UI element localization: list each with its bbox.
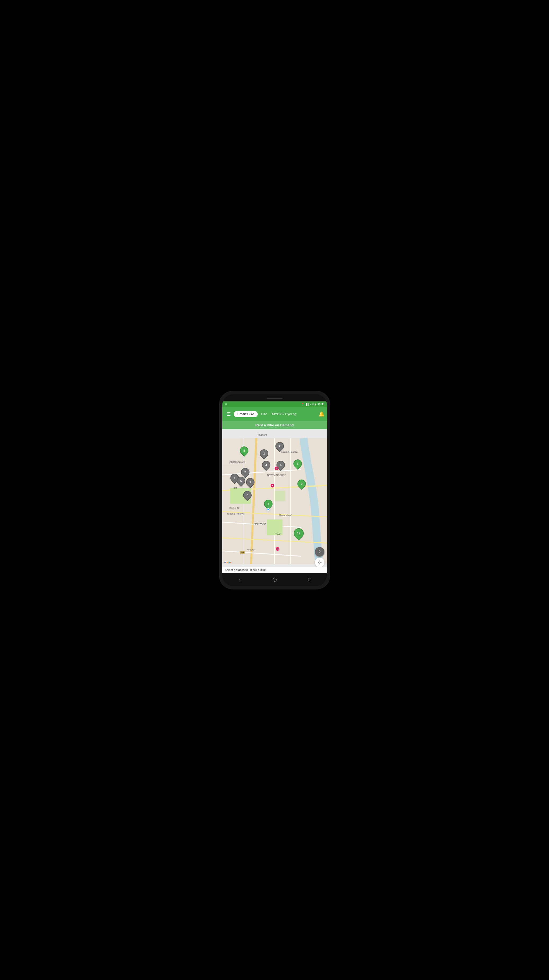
banner-text: Rent a Bike on Demand bbox=[255, 423, 294, 427]
status-right: 📍 ▐▐ ▾ ⊠ ▮ 10:36 bbox=[301, 403, 324, 406]
svg-rect-11 bbox=[230, 488, 251, 504]
phone-device: 📍 ▐▐ ▾ ⊠ ▮ 10:36 ☰ Smart Bike Hire MYBYK… bbox=[219, 391, 330, 589]
back-button[interactable] bbox=[236, 576, 243, 583]
map-background bbox=[222, 429, 327, 573]
notification-bell-icon[interactable]: 🔔 bbox=[318, 411, 325, 417]
svg-rect-13 bbox=[275, 490, 285, 501]
app-screen: 📍 ▐▐ ▾ ⊠ ▮ 10:36 ☰ Smart Bike Hire MYBYK… bbox=[222, 401, 327, 573]
svg-rect-14 bbox=[222, 438, 240, 464]
data-icon: ⊠ bbox=[312, 403, 314, 406]
location-icon: 📍 bbox=[301, 403, 304, 406]
status-time: 10:36 bbox=[318, 403, 325, 406]
status-left bbox=[225, 403, 227, 406]
phone-screen: 📍 ▐▐ ▾ ⊠ ▮ 10:36 ☰ Smart Bike Hire MYBYK… bbox=[222, 394, 327, 586]
svg-rect-22 bbox=[308, 578, 311, 581]
banner: Rent a Bike on Demand bbox=[222, 421, 327, 429]
battery-icon: ▮ bbox=[315, 403, 317, 406]
svg-rect-15 bbox=[259, 459, 274, 473]
signal-icon: ▐▐ bbox=[305, 403, 309, 406]
menu-button[interactable]: ☰ bbox=[225, 410, 232, 418]
hire-tab[interactable]: Hire bbox=[259, 411, 269, 417]
smart-bike-tab[interactable]: Smart Bike bbox=[234, 411, 258, 417]
top-nav: ☰ Smart Bike Hire MYBYK Cycling 🔔 bbox=[222, 407, 327, 421]
wifi-icon: ▾ bbox=[310, 403, 311, 406]
status-bar: 📍 ▐▐ ▾ ⊠ ▮ 10:36 bbox=[222, 401, 327, 407]
phone-nav-bar bbox=[222, 573, 327, 586]
recents-button[interactable] bbox=[306, 576, 313, 583]
status-dot bbox=[225, 403, 227, 406]
svg-rect-12 bbox=[267, 519, 282, 535]
mybyk-cycling-tab[interactable]: MYBYK Cycling bbox=[271, 411, 298, 417]
home-button[interactable] bbox=[271, 576, 278, 583]
map-container[interactable]: 5 3 9 1 19 bbox=[222, 429, 327, 573]
svg-point-21 bbox=[273, 578, 277, 581]
